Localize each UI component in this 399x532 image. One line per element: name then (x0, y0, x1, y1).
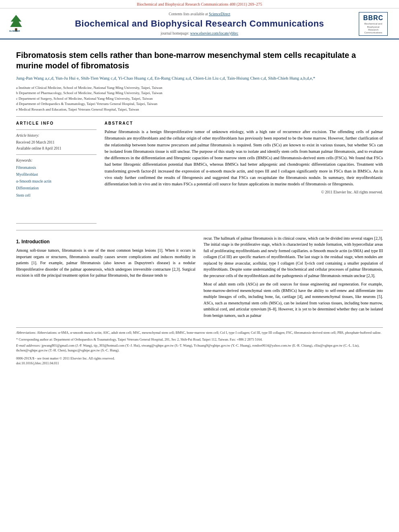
bottom-info: 0006-291X/$ - see front matter © 2011 El… (16, 356, 383, 366)
abstract-column: ABSTRACT Palmar fibromatosis is a benign… (105, 121, 383, 227)
article-history-group: Article history: Received 20 March 2011 … (16, 133, 97, 151)
abbreviations-label: Abbreviations: (16, 331, 36, 335)
affiliation-a: a Institute of Clinical Medicine, School… (16, 85, 383, 91)
keyword-4: Differentiation (16, 185, 97, 192)
authors-line: Jung-Pan Wang a,c,d, Yun-Ju Hui e, Shih-… (16, 75, 383, 82)
intro-left-text: Among soft-tissue tumors, fibromatosis i… (16, 247, 195, 279)
abbreviations-text: Abbreviations: α-SMA, α-smooth muscle ac… (37, 331, 381, 335)
contents-line: Contents lists available at ScienceDirec… (40, 12, 359, 17)
body-divider (16, 230, 383, 230)
keyword-2: Myofibroblast (16, 171, 97, 178)
homepage-line: journal homepage: www.elsevier.com/locat… (40, 31, 359, 36)
keyword-5: Stem cell (16, 192, 97, 199)
journal-title-area: Contents lists available at ScienceDirec… (40, 12, 359, 36)
journal-header: ELSEVIER Contents lists available at Sci… (0, 8, 399, 39)
keyword-1: Fibromatosis (16, 164, 97, 171)
article-title-section: Fibromatosis stem cells rather than bone… (16, 50, 383, 112)
intro-heading: 1. Introduction (16, 238, 195, 245)
body-right-column: recur. The hallmark of palmar fibromatos… (204, 235, 383, 321)
bbrc-letters: BBRC (360, 14, 386, 23)
body-left-column: 1. Introduction Among soft-tissue tumors… (16, 235, 195, 321)
abstract-label: ABSTRACT (105, 121, 383, 126)
bbrc-logo-area: BBRC Biochemical andBiophysicalResearchC… (359, 12, 391, 36)
keywords-section: Keywords: Fibromatosis Myofibroblast α-S… (16, 158, 97, 199)
intro-right-text-2: Most of adult stem cells (ASCs) are the … (204, 281, 383, 318)
elsevier-logo-area: ELSEVIER (8, 13, 40, 35)
info-bottom-divider (16, 223, 97, 224)
keywords-divider (16, 154, 97, 155)
available-date: Available online 8 April 2011 (16, 146, 97, 151)
bbrc-description: Biochemical andBiophysicalResearchCommun… (360, 23, 386, 34)
issn-text: 0006-291X/$ - see front matter © 2011 El… (16, 356, 115, 361)
page-content: Fibromatosis stem cells rather than bone… (0, 39, 399, 374)
intro-right-text: recur. The hallmark of palmar fibromatos… (204, 235, 383, 279)
keyword-3: α-Smooth muscle actin (16, 178, 97, 185)
affiliation-c: c Department of Surgery, School of Medic… (16, 96, 383, 102)
homepage-link[interactable]: www.elsevier.com/locate/ybbrc (190, 31, 239, 35)
corresponding-footnote: * Corresponding author at: Department of… (16, 337, 383, 342)
issn-line: 0006-291X/$ - see front matter © 2011 El… (16, 356, 115, 366)
svg-text:ELSEVIER: ELSEVIER (9, 30, 20, 32)
article-info-abstract-section: ARTICLE INFO Article history: Received 2… (16, 121, 383, 227)
affiliation-e: e Medical Research and Education, Taipei… (16, 107, 383, 113)
abbreviations-footnote: Abbreviations: Abbreviations: α-SMA, α-s… (16, 330, 383, 335)
elsevier-tree-icon: ELSEVIER (8, 13, 24, 33)
bbrc-box: BBRC Biochemical andBiophysicalResearchC… (359, 12, 388, 36)
abstract-text: Palmar fibromatosis is a benign fibropro… (105, 129, 383, 187)
article-title: Fibromatosis stem cells rather than bone… (16, 50, 383, 71)
info-divider (16, 129, 97, 130)
svg-marker-1 (10, 15, 22, 27)
footnotes-section: Abbreviations: Abbreviations: α-SMA, α-s… (16, 327, 383, 353)
email-text: jpwang801@gmail.com (J.-P. Wang), tip_30… (16, 343, 359, 353)
body-section: 1. Introduction Among soft-tissue tumors… (16, 235, 383, 321)
keywords-list: Fibromatosis Myofibroblast α-Smooth musc… (16, 164, 97, 199)
journal-citation-text: Biochemical and Biophysical Research Com… (137, 2, 262, 6)
doi-text: doi:10.1016/j.bbrc.2011.04.011 (16, 361, 115, 366)
received-date: Received 20 March 2011 (16, 140, 97, 145)
affiliations: a Institute of Clinical Medicine, School… (16, 85, 383, 113)
copyright-line: © 2011 Elsevier Inc. All rights reserved… (105, 190, 383, 195)
keywords-label: Keywords: (16, 158, 97, 163)
email-label: E-mail addresses: (16, 343, 41, 347)
article-info-column: ARTICLE INFO Article history: Received 2… (16, 121, 97, 227)
journal-title: Biochemical and Biophysical Research Com… (40, 18, 359, 29)
affiliation-b: b Department of Pharmacology, School of … (16, 90, 383, 96)
sciencedirect-link[interactable]: ScienceDirect (209, 12, 230, 16)
affiliation-d: d Department of Orthopaedics & Traumatol… (16, 101, 383, 107)
history-label: Article history: (16, 133, 97, 138)
article-info-label: ARTICLE INFO (16, 121, 97, 126)
email-footnote: E-mail addresses: jpwang801@gmail.com (J… (16, 343, 383, 353)
journal-citation-bar: Biochemical and Biophysical Research Com… (0, 0, 399, 8)
header-divider (16, 116, 383, 117)
